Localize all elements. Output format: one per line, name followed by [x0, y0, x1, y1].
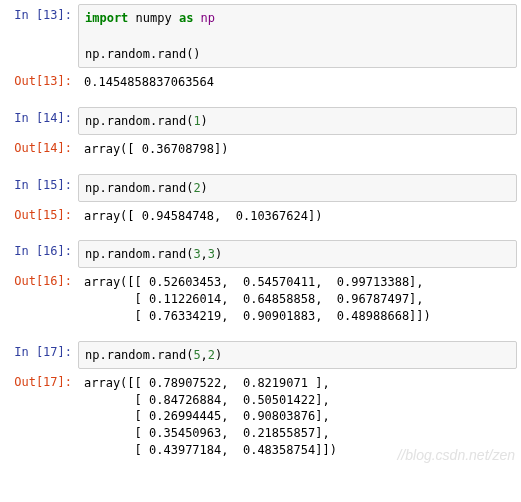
cell-out-13: Out[13]: 0.1454858837063564 — [4, 70, 517, 95]
code-text: np.random.rand( — [85, 114, 193, 128]
output-17: array([[ 0.78907522, 0.8219071 ], [ 0.84… — [78, 371, 517, 463]
cell-in-17: In [17]: np.random.rand(5,2) — [4, 341, 517, 369]
code-14[interactable]: np.random.rand(1) — [78, 107, 517, 135]
num-literal: 5 — [193, 348, 200, 362]
cell-out-16: Out[16]: array([[ 0.52603453, 0.54570411… — [4, 270, 517, 328]
code-13[interactable]: import numpy as np np.random.rand() — [78, 4, 517, 68]
cell-out-14: Out[14]: array([ 0.36708798]) — [4, 137, 517, 162]
code-text: , — [201, 348, 208, 362]
output-13: 0.1454858837063564 — [78, 70, 517, 95]
num-literal: 1 — [193, 114, 200, 128]
code-text: , — [201, 247, 208, 261]
prompt-in-14: In [14]: — [4, 107, 78, 129]
cell-in-15: In [15]: np.random.rand(2) — [4, 174, 517, 202]
code-15[interactable]: np.random.rand(2) — [78, 174, 517, 202]
code-16[interactable]: np.random.rand(3,3) — [78, 240, 517, 268]
output-15: array([ 0.94584748, 0.10367624]) — [78, 204, 517, 229]
code-text: np.random.rand() — [85, 47, 201, 61]
prompt-out-13: Out[13]: — [4, 70, 78, 92]
code-text: np.random.rand( — [85, 181, 193, 195]
prompt-in-16: In [16]: — [4, 240, 78, 262]
output-14: array([ 0.36708798]) — [78, 137, 517, 162]
prompt-in-15: In [15]: — [4, 174, 78, 196]
code-17[interactable]: np.random.rand(5,2) — [78, 341, 517, 369]
num-literal: 3 — [193, 247, 200, 261]
prompt-out-16: Out[16]: — [4, 270, 78, 292]
kw-as: as — [179, 11, 193, 25]
alias-np: np — [193, 11, 215, 25]
num-literal: 3 — [208, 247, 215, 261]
cell-in-14: In [14]: np.random.rand(1) — [4, 107, 517, 135]
cell-out-17: Out[17]: array([[ 0.78907522, 0.8219071 … — [4, 371, 517, 463]
prompt-out-14: Out[14]: — [4, 137, 78, 159]
cell-in-16: In [16]: np.random.rand(3,3) — [4, 240, 517, 268]
code-text: np.random.rand( — [85, 247, 193, 261]
prompt-out-15: Out[15]: — [4, 204, 78, 226]
prompt-in-13: In [13]: — [4, 4, 78, 26]
cell-out-15: Out[15]: array([ 0.94584748, 0.10367624]… — [4, 204, 517, 229]
code-text: numpy — [128, 11, 179, 25]
output-16: array([[ 0.52603453, 0.54570411, 0.99713… — [78, 270, 517, 328]
cell-in-13: In [13]: import numpy as np np.random.ra… — [4, 4, 517, 68]
prompt-out-17: Out[17]: — [4, 371, 78, 393]
code-text: ) — [215, 247, 222, 261]
prompt-in-17: In [17]: — [4, 341, 78, 363]
code-text: ) — [215, 348, 222, 362]
num-literal: 2 — [193, 181, 200, 195]
code-text: np.random.rand( — [85, 348, 193, 362]
code-text: ) — [201, 181, 208, 195]
kw-import: import — [85, 11, 128, 25]
num-literal: 2 — [208, 348, 215, 362]
code-text: ) — [201, 114, 208, 128]
